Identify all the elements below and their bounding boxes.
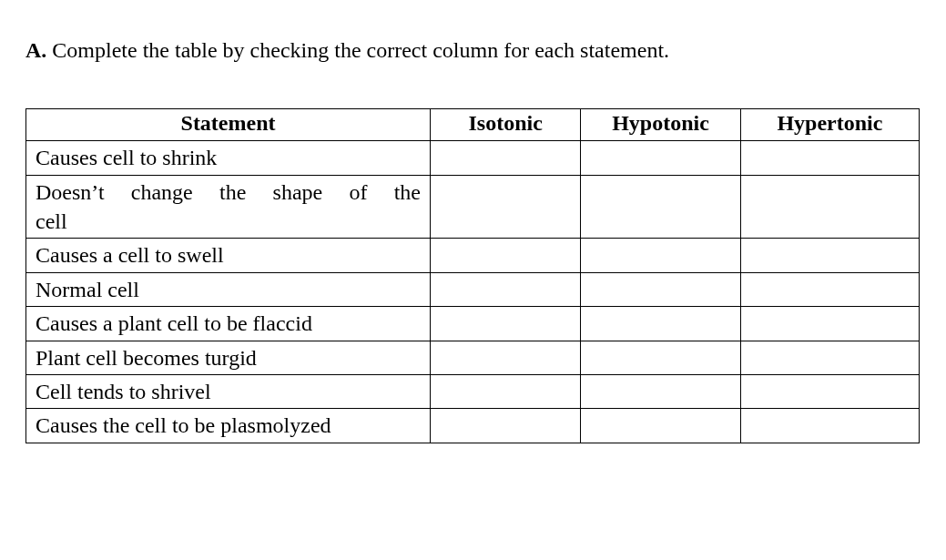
statement-cell: Normal cell — [26, 272, 431, 306]
isotonic-cell[interactable] — [431, 409, 581, 443]
hypotonic-cell[interactable] — [581, 341, 741, 374]
hypotonic-cell[interactable] — [581, 141, 741, 175]
isotonic-cell[interactable] — [431, 272, 581, 306]
table-row: Plant cell becomes turgid — [26, 341, 920, 374]
instruction-text: Complete the table by checking the corre… — [52, 38, 669, 62]
statement-cell: Causes the cell to be plasmolyzed — [26, 409, 431, 443]
worksheet-table: Statement Isotonic Hypotonic Hypertonic … — [25, 108, 920, 443]
hypertonic-cell[interactable] — [740, 272, 919, 306]
hypertonic-cell[interactable] — [740, 374, 919, 408]
table-row: Causes the cell to be plasmolyzed — [26, 409, 920, 443]
table-row: Normal cell — [26, 272, 920, 306]
hypotonic-cell[interactable] — [581, 272, 741, 306]
hypotonic-cell[interactable] — [581, 175, 741, 239]
statement-cell: Causes a plant cell to be flaccid — [26, 307, 431, 341]
table-row: Cell tends to shrivel — [26, 374, 920, 408]
statement-cell: Causes a cell to swell — [26, 239, 431, 272]
col-header-hypertonic: Hypertonic — [740, 109, 919, 141]
hypertonic-cell[interactable] — [740, 409, 919, 443]
col-header-statement: Statement — [26, 109, 431, 141]
table-row: Causes cell to shrink — [26, 141, 920, 175]
instruction-line: A. Complete the table by checking the co… — [25, 36, 921, 65]
statement-cell: Doesn’t change the shape of the cell — [26, 175, 431, 239]
statement-line2: cell — [36, 209, 67, 233]
table-row: Doesn’t change the shape of the cell — [26, 175, 920, 239]
hypotonic-cell[interactable] — [581, 239, 741, 272]
isotonic-cell[interactable] — [431, 141, 581, 175]
isotonic-cell[interactable] — [431, 307, 581, 341]
isotonic-cell[interactable] — [431, 341, 581, 374]
statement-cell: Cell tends to shrivel — [26, 374, 431, 408]
hypotonic-cell[interactable] — [581, 374, 741, 408]
statement-cell: Causes cell to shrink — [26, 141, 431, 175]
hypertonic-cell[interactable] — [740, 141, 919, 175]
table-row: Causes a plant cell to be flaccid — [26, 307, 920, 341]
table-row: Causes a cell to swell — [26, 239, 920, 272]
hypotonic-cell[interactable] — [581, 307, 741, 341]
statement-cell: Plant cell becomes turgid — [26, 341, 431, 374]
hypertonic-cell[interactable] — [740, 239, 919, 272]
isotonic-cell[interactable] — [431, 239, 581, 272]
table-header-row: Statement Isotonic Hypotonic Hypertonic — [26, 109, 920, 141]
col-header-isotonic: Isotonic — [431, 109, 581, 141]
isotonic-cell[interactable] — [431, 175, 581, 239]
isotonic-cell[interactable] — [431, 374, 581, 408]
statement-line1: Doesn’t change the shape of the — [36, 178, 421, 207]
hypotonic-cell[interactable] — [581, 409, 741, 443]
hypertonic-cell[interactable] — [740, 175, 919, 239]
col-header-hypotonic: Hypotonic — [581, 109, 741, 141]
hypertonic-cell[interactable] — [740, 341, 919, 374]
instruction-prefix: A. — [25, 38, 46, 62]
hypertonic-cell[interactable] — [740, 307, 919, 341]
